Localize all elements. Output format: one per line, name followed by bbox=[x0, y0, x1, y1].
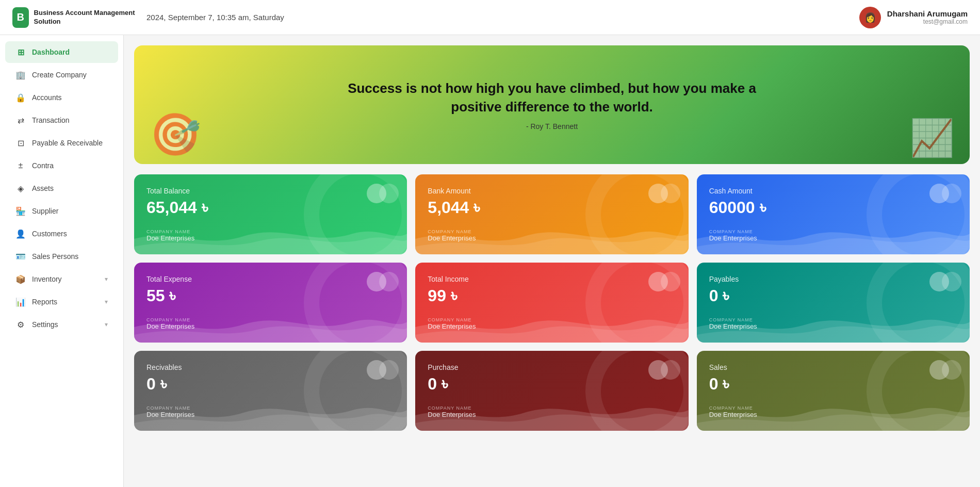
card-wave-sales bbox=[697, 395, 970, 431]
contra-icon: ± bbox=[15, 160, 26, 171]
sidebar-item-inventory[interactable]: 📦 Inventory ▾ bbox=[5, 268, 118, 290]
card-amount-recivables: 0 ৳ bbox=[146, 375, 395, 394]
card-amount-purchase: 0 ৳ bbox=[428, 375, 676, 394]
sidebar-item-create-company[interactable]: 🏢 Create Company bbox=[5, 64, 118, 86]
sidebar-label-supplier: Supplier bbox=[32, 207, 108, 215]
sidebar-item-reports[interactable]: 📊 Reports ▾ bbox=[5, 291, 118, 313]
sidebar-item-customers[interactable]: 👤 Customers bbox=[5, 223, 118, 245]
create-company-icon: 🏢 bbox=[15, 70, 26, 80]
app-title: Business Account Management Solution bbox=[34, 9, 136, 26]
motivational-banner: 🎯 Success is not how high you have climb… bbox=[134, 45, 970, 164]
card-title-recivables: Recivables bbox=[146, 363, 395, 371]
card-recivables: Recivables 0 ৳ COMPANY NAME Doe Enterpri… bbox=[134, 351, 407, 431]
card-title-total-expense: Total Expense bbox=[146, 275, 395, 283]
chevron-down-icon: ▾ bbox=[105, 298, 108, 305]
transaction-icon: ⇄ bbox=[15, 115, 26, 125]
reports-icon: 📊 bbox=[15, 297, 26, 307]
sidebar-item-payable-receivable[interactable]: ⊡ Payable & Receivable bbox=[5, 132, 118, 154]
accounts-icon: 🔒 bbox=[15, 92, 26, 103]
card-sales: Sales 0 ৳ COMPANY NAME Doe Enterprises bbox=[697, 351, 970, 431]
card-total-expense: Total Expense 55 ৳ COMPANY NAME Doe Ente… bbox=[134, 263, 407, 343]
card-wave-cash-amount bbox=[697, 218, 970, 254]
card-wave-purchase bbox=[415, 395, 688, 431]
customers-icon: 👤 bbox=[15, 229, 26, 239]
card-payables: Payables 0 ৳ COMPANY NAME Doe Enterprise… bbox=[697, 263, 970, 343]
card-wave-payables bbox=[697, 306, 970, 343]
chevron-down-icon: ▾ bbox=[105, 275, 108, 283]
sidebar-item-settings[interactable]: ⚙ Settings ▾ bbox=[5, 314, 118, 335]
sidebar-label-transaction: Transaction bbox=[32, 116, 108, 124]
card-amount-total-expense: 55 ৳ bbox=[146, 286, 395, 305]
sidebar: ⊞ Dashboard 🏢 Create Company 🔒 Accounts … bbox=[0, 35, 124, 487]
card-wave-bank-amount bbox=[415, 218, 688, 254]
dashboard-icon: ⊞ bbox=[15, 47, 26, 57]
sidebar-item-accounts[interactable]: 🔒 Accounts bbox=[5, 87, 118, 108]
payable-receivable-icon: ⊡ bbox=[15, 138, 26, 148]
user-area: 👩 Dharshani Arumugam test@gmail.com bbox=[859, 7, 968, 28]
settings-icon: ⚙ bbox=[15, 319, 26, 330]
supplier-icon: 🏪 bbox=[15, 206, 26, 216]
card-amount-bank-amount: 5,044 ৳ bbox=[428, 198, 676, 217]
card-title-total-balance: Total Balance bbox=[146, 187, 395, 195]
banner-decoration-left: 🎯 bbox=[150, 110, 201, 159]
sidebar-item-dashboard[interactable]: ⊞ Dashboard bbox=[5, 41, 118, 63]
user-name: Dharshani Arumugam bbox=[887, 9, 968, 18]
sidebar-label-reports: Reports bbox=[32, 298, 99, 306]
sidebar-label-create-company: Create Company bbox=[32, 71, 108, 79]
sidebar-label-sales-persons: Sales Persons bbox=[32, 252, 108, 261]
card-bank-amount: Bank Amount 5,044 ৳ COMPANY NAME Doe Ent… bbox=[415, 174, 688, 254]
card-wave-total-expense bbox=[134, 306, 407, 343]
banner-quote: Success is not how high you have climbed… bbox=[346, 79, 758, 117]
main-content: 🎯 Success is not how high you have climb… bbox=[124, 35, 980, 487]
inventory-icon: 📦 bbox=[15, 274, 26, 284]
banner-author: - Roy T. Bennett bbox=[526, 122, 578, 131]
stats-grid: Total Balance 65,044 ৳ COMPANY NAME Doe … bbox=[134, 174, 970, 431]
card-amount-payables: 0 ৳ bbox=[709, 286, 957, 305]
card-cash-amount: Cash Amount 60000 ৳ COMPANY NAME Doe Ent… bbox=[697, 174, 970, 254]
top-header: B Business Account Management Solution 2… bbox=[0, 0, 980, 35]
sidebar-item-transaction[interactable]: ⇄ Transaction bbox=[5, 109, 118, 131]
card-purchase: Purchase 0 ৳ COMPANY NAME Doe Enterprise… bbox=[415, 351, 688, 431]
card-wave-total-balance bbox=[134, 218, 407, 254]
card-wave-recivables bbox=[134, 395, 407, 431]
card-amount-total-income: 99 ৳ bbox=[428, 286, 676, 305]
chevron-down-icon: ▾ bbox=[105, 321, 108, 328]
datetime-display: 2024, September 7, 10:35 am, Saturday bbox=[136, 13, 859, 22]
card-amount-total-balance: 65,044 ৳ bbox=[146, 198, 395, 217]
card-title-purchase: Purchase bbox=[428, 363, 676, 371]
card-title-cash-amount: Cash Amount bbox=[709, 187, 957, 195]
sidebar-label-dashboard: Dashboard bbox=[32, 48, 108, 56]
sidebar-label-payable-receivable: Payable & Receivable bbox=[32, 139, 108, 147]
sidebar-label-customers: Customers bbox=[32, 230, 108, 238]
sidebar-label-accounts: Accounts bbox=[32, 93, 108, 102]
logo-area: B Business Account Management Solution bbox=[12, 7, 136, 28]
logo-icon: B bbox=[12, 7, 29, 28]
banner-decoration-right: 📈 bbox=[909, 117, 954, 159]
sidebar-label-contra: Contra bbox=[32, 161, 108, 170]
card-wave-total-income bbox=[415, 306, 688, 343]
sidebar-item-assets[interactable]: ◈ Assets bbox=[5, 177, 118, 199]
sidebar-label-assets: Assets bbox=[32, 184, 108, 192]
sidebar-item-sales-persons[interactable]: 🪪 Sales Persons bbox=[5, 246, 118, 267]
card-title-total-income: Total Income bbox=[428, 275, 676, 283]
card-total-income: Total Income 99 ৳ COMPANY NAME Doe Enter… bbox=[415, 263, 688, 343]
sidebar-label-settings: Settings bbox=[32, 320, 99, 329]
card-amount-cash-amount: 60000 ৳ bbox=[709, 198, 957, 217]
card-total-balance: Total Balance 65,044 ৳ COMPANY NAME Doe … bbox=[134, 174, 407, 254]
assets-icon: ◈ bbox=[15, 183, 26, 193]
avatar: 👩 bbox=[859, 7, 881, 28]
sidebar-item-supplier[interactable]: 🏪 Supplier bbox=[5, 200, 118, 222]
user-info: Dharshani Arumugam test@gmail.com bbox=[887, 9, 968, 25]
card-title-payables: Payables bbox=[709, 275, 957, 283]
card-amount-sales: 0 ৳ bbox=[709, 375, 957, 394]
sales-persons-icon: 🪪 bbox=[15, 251, 26, 262]
user-email: test@gmail.com bbox=[887, 18, 968, 25]
sidebar-label-inventory: Inventory bbox=[32, 275, 99, 283]
sidebar-item-contra[interactable]: ± Contra bbox=[5, 155, 118, 176]
card-title-bank-amount: Bank Amount bbox=[428, 187, 676, 195]
card-title-sales: Sales bbox=[709, 363, 957, 371]
